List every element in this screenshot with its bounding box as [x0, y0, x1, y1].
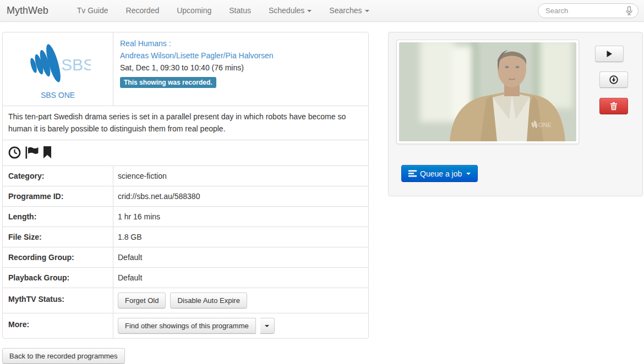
- nav-item-searches[interactable]: Searches: [320, 0, 378, 21]
- detail-row-more: More: Find other showings of this progra…: [3, 313, 368, 338]
- svg-text:ONE: ONE: [538, 122, 552, 128]
- search-box: [538, 3, 638, 18]
- detail-label: More:: [3, 313, 113, 338]
- more-actions: Find other showings of this programme: [113, 313, 368, 338]
- mythtv-status-actions: Forget Old Disable Auto Expire: [113, 288, 368, 313]
- clock-icon: [8, 146, 21, 159]
- top-navbar: MythWeb Tv Guide Recorded Upcoming Statu…: [0, 0, 644, 22]
- disable-auto-expire-button[interactable]: Disable Auto Expire: [170, 293, 247, 308]
- tasks-icon: [408, 170, 417, 177]
- detail-label: Recording Group:: [3, 247, 113, 267]
- search-input[interactable]: [538, 3, 638, 18]
- programme-subtitle-link[interactable]: Andreas Wilson/Lisette Pagler/Pia Halvor…: [120, 49, 362, 62]
- recorded-status-badge: This showing was recorded.: [120, 77, 216, 88]
- nav-item-tv-guide[interactable]: Tv Guide: [68, 0, 117, 21]
- recording-actions-panel: ONE: [388, 32, 643, 196]
- forget-old-button[interactable]: Forget Old: [118, 293, 166, 308]
- detail-row-mythtv-status: MythTV Status: Forget Old Disable Auto E…: [3, 288, 368, 313]
- detail-label: Playback Group:: [3, 268, 113, 288]
- detail-row-category: Category: science-fiction: [3, 166, 368, 186]
- detail-row-file-size: File Size: 1.8 GB: [3, 227, 368, 247]
- preview-image: ONE: [399, 42, 576, 141]
- play-icon: [605, 50, 613, 58]
- brand-mythweb[interactable]: MythWeb: [0, 5, 55, 16]
- programme-description: This ten-part Swedish drama series is se…: [3, 106, 368, 140]
- detail-value: crid://sbs.net.au/588380: [113, 186, 368, 206]
- detail-value: Default: [113, 247, 368, 267]
- download-circle-icon: [609, 75, 618, 84]
- programme-title-link[interactable]: Real Humans :: [120, 37, 362, 49]
- nav-item-status[interactable]: Status: [220, 0, 260, 21]
- microphone-icon[interactable]: [625, 6, 634, 15]
- nav-item-recorded[interactable]: Recorded: [117, 0, 168, 21]
- mythweb-page: MythWeb Tv Guide Recorded Upcoming Statu…: [0, 0, 644, 364]
- queue-a-job-label: Queue a job: [420, 169, 462, 178]
- queue-a-job-button[interactable]: Queue a job: [401, 165, 478, 182]
- programme-airtime: Sat, Dec 1, 09:30 to 10:40 (76 mins): [120, 62, 362, 74]
- chevron-down-icon: [365, 10, 369, 12]
- programme-info-cell: Real Humans : Andreas Wilson/Lisette Pag…: [113, 32, 368, 106]
- detail-value: 1 hr 16 mins: [113, 207, 368, 227]
- delete-button[interactable]: [599, 98, 628, 114]
- programme-header-row: SBS SBS ONE Real Humans : Andreas Wilson…: [3, 32, 368, 106]
- detail-label: Length:: [3, 207, 113, 227]
- nav-item-upcoming[interactable]: Upcoming: [168, 0, 220, 21]
- programme-detail-panel: SBS SBS ONE Real Humans : Andreas Wilson…: [2, 32, 369, 339]
- detail-label: File Size:: [3, 227, 113, 247]
- channel-cell: SBS SBS ONE: [3, 32, 113, 106]
- detail-row-programme-id: Programme ID: crid://sbs.net.au/588380: [3, 186, 368, 206]
- detail-label: Category:: [3, 166, 113, 186]
- detail-row-recording-group: Recording Group: Default: [3, 247, 368, 267]
- nav-item-schedules[interactable]: Schedules: [260, 0, 320, 21]
- find-other-showings-button[interactable]: Find other showings of this programme: [118, 318, 256, 334]
- trash-icon: [610, 102, 618, 111]
- sbs-channel-logo: SBS: [25, 40, 91, 87]
- preview-thumbnail[interactable]: ONE: [396, 40, 579, 144]
- find-other-showings-split-button: Find other showings of this programme: [118, 318, 275, 334]
- detail-label: MythTV Status:: [3, 288, 113, 313]
- more-options-caret-button[interactable]: [260, 318, 275, 334]
- play-button[interactable]: [595, 46, 624, 62]
- chevron-down-icon: [307, 10, 312, 12]
- flag-icon: [25, 146, 39, 159]
- detail-row-playback-group: Playback Group: Default: [3, 267, 368, 288]
- programme-flags-row: [3, 140, 368, 166]
- detail-value: Default: [113, 268, 368, 288]
- detail-value: 1.8 GB: [113, 227, 368, 247]
- chevron-down-icon: [466, 173, 471, 175]
- detail-label: Programme ID:: [3, 186, 113, 206]
- nav-menu: Tv Guide Recorded Upcoming Status Schedu…: [68, 0, 378, 21]
- bookmark-icon: [43, 146, 52, 159]
- svg-text:SBS: SBS: [61, 56, 91, 74]
- channel-link[interactable]: SBS ONE: [41, 91, 75, 100]
- chevron-down-icon: [265, 325, 269, 327]
- back-to-recorded-button[interactable]: Back to the recorded programmes: [2, 348, 125, 364]
- detail-value: science-fiction: [113, 166, 368, 186]
- download-button[interactable]: [599, 71, 628, 88]
- detail-row-length: Length: 1 hr 16 mins: [3, 206, 368, 227]
